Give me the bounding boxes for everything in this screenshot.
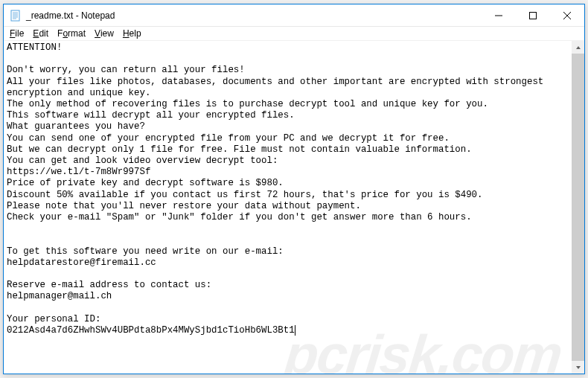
notepad-icon <box>10 10 22 22</box>
text-line: The only method of recovering files is t… <box>7 99 488 109</box>
text-line: This software will decrypt all your encr… <box>7 110 295 121</box>
minimize-button[interactable] <box>482 4 516 27</box>
text-line: But we can decrypt only 1 file for free.… <box>7 144 472 155</box>
menu-file[interactable]: File <box>5 28 28 39</box>
text-line: What guarantees you have? <box>7 121 145 132</box>
content-wrap: ATTENTION! Don't worry, you can return a… <box>4 41 584 374</box>
svg-marker-11 <box>576 366 581 369</box>
text-line: Please note that you'll never restore yo… <box>7 201 361 211</box>
menubar: File Edit Format View Help <box>4 27 584 41</box>
scroll-up-button[interactable] <box>572 41 584 54</box>
text-line: Check your e-mail "Spam" or "Junk" folde… <box>7 212 472 222</box>
text-line: helpdatarestore@firemail.cc <box>7 257 156 268</box>
text-line: All your files like photos, databases, d… <box>7 77 549 98</box>
scroll-down-button[interactable] <box>572 361 584 374</box>
scroll-track[interactable] <box>572 54 584 361</box>
text-line: To get this software you need write on o… <box>7 246 284 257</box>
text-line: https://we.tl/t-7m8Wr997Sf <box>7 167 150 177</box>
scroll-thumb[interactable] <box>572 54 584 361</box>
text-line: Your personal ID: <box>7 314 100 324</box>
close-button[interactable] <box>550 4 584 27</box>
window-title: _readme.txt - Notepad <box>26 10 115 21</box>
menu-edit[interactable]: Edit <box>28 28 53 39</box>
text-line: helpmanager@mail.ch <box>7 291 112 301</box>
watermark: pcrisk.com <box>284 349 561 360</box>
text-line: Discount 50% available if you contact us… <box>7 190 482 200</box>
menu-help[interactable]: Help <box>118 28 146 39</box>
notepad-window: _readme.txt - Notepad File Edit Format V… <box>3 4 585 374</box>
text-line: You can send one of your encrypted file … <box>7 133 450 144</box>
vertical-scrollbar[interactable] <box>572 41 584 374</box>
text-caret <box>295 325 295 336</box>
text-line: 0212Asd4a7d6ZHwhSWv4UBPdta8bPx4MWySjbd1c… <box>7 325 295 336</box>
text-line: ATTENTION! <box>7 42 62 53</box>
menu-view[interactable]: View <box>90 28 118 39</box>
text-line: Don't worry, you can return all your fil… <box>7 65 245 75</box>
maximize-button[interactable] <box>516 4 550 27</box>
menu-format[interactable]: Format <box>53 28 90 39</box>
text-line: You can get and look video overview decr… <box>7 156 278 166</box>
svg-marker-10 <box>576 46 581 49</box>
text-line: Reserve e-mail address to contact us: <box>7 280 211 290</box>
text-line: Price of private key and decrypt softwar… <box>7 178 284 188</box>
text-area[interactable]: ATTENTION! Don't worry, you can return a… <box>4 41 572 374</box>
svg-rect-7 <box>530 12 537 19</box>
titlebar[interactable]: _readme.txt - Notepad <box>4 4 584 27</box>
